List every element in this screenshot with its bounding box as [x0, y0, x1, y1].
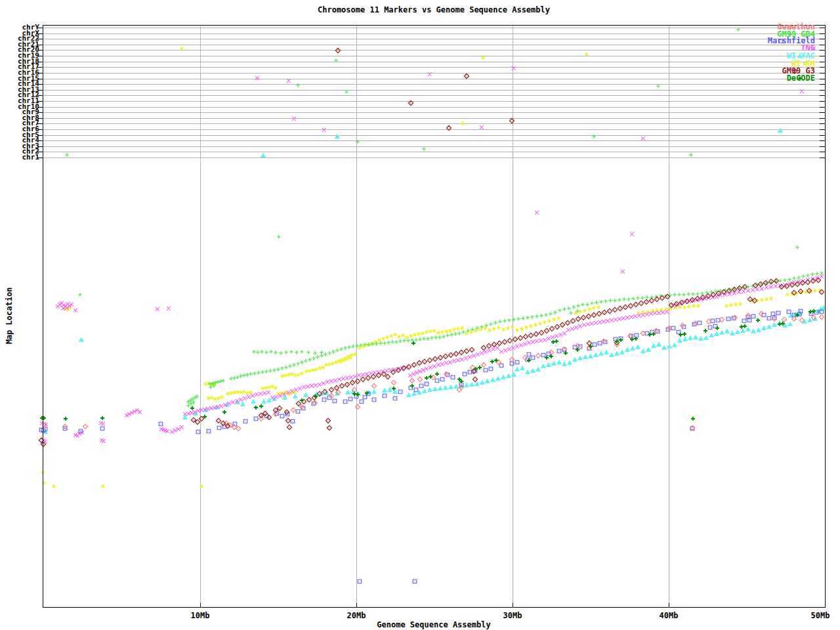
x-tick-label-50Mb: 50Mb	[801, 611, 840, 620]
x-axis-label: Genome Sequence Assembly	[43, 620, 825, 629]
x-tick-label-40Mb: 40Mb	[649, 611, 688, 620]
series-wi-yac	[43, 129, 826, 434]
y-axis-label: Map Location	[5, 287, 14, 345]
chart-root: Chromosome 11 Markers vs Genome Sequence…	[0, 0, 840, 630]
x-tick-label-20Mb: 20Mb	[337, 611, 376, 620]
series-gm99-gb4	[65, 28, 824, 408]
series-tng	[40, 66, 824, 444]
legend-marker-square-icon	[776, 37, 786, 45]
series-genethon	[42, 311, 824, 430]
chart-title: Chromosome 11 Markers vs Genome Sequence…	[43, 5, 825, 14]
x-tick-label-10Mb: 10Mb	[180, 611, 220, 620]
series-wi-rh	[41, 47, 822, 488]
scatter-plot-canvas	[0, 0, 840, 630]
series-gm99-g3	[39, 48, 824, 446]
series-marshfield	[39, 309, 824, 583]
y-tick-label-chr1: chr1	[0, 153, 39, 161]
legend-marker-plus-bold-icon	[795, 74, 805, 83]
x-tick-label-30Mb: 30Mb	[493, 611, 532, 620]
series-decode	[40, 309, 816, 421]
legend-item-decode: DeCODE	[787, 74, 815, 83]
